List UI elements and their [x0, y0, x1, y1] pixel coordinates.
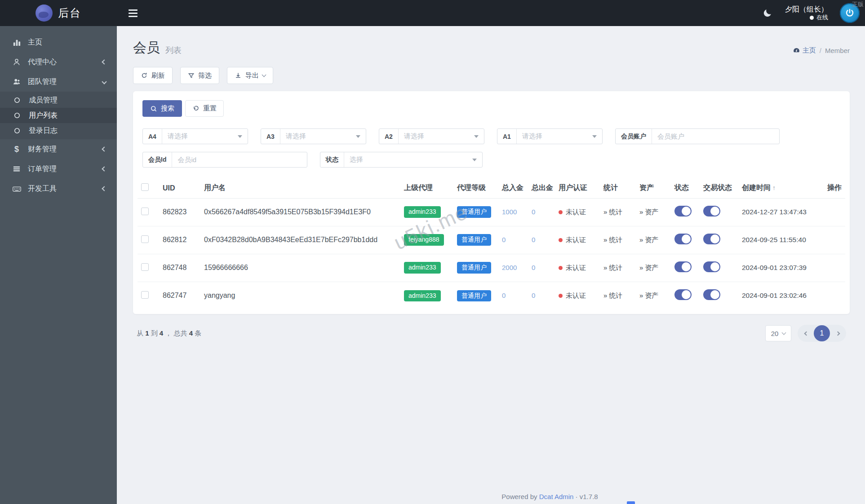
- dashboard-icon: [793, 47, 800, 54]
- filter-select-a1[interactable]: A1 请选择: [497, 128, 603, 144]
- reset-button[interactable]: 重置: [185, 100, 224, 117]
- filter-status[interactable]: 状态 选择: [320, 152, 483, 168]
- caret-down-icon: [238, 135, 242, 138]
- assets-link[interactable]: »资产: [639, 292, 658, 299]
- username-cell: 0xF0342B28d0bA9B34843EeEd31E7bEFc297bb1d…: [200, 226, 400, 254]
- row-checkbox[interactable]: [141, 291, 149, 299]
- logo-text: 后台: [58, 6, 81, 20]
- member-id-input[interactable]: [172, 156, 307, 164]
- stats-link[interactable]: »统计: [603, 292, 622, 299]
- next-page-button[interactable]: [832, 327, 843, 339]
- col-actions: 操作: [815, 178, 845, 198]
- sidebar-item-label: 成员管理: [29, 96, 58, 105]
- total-out-link[interactable]: 0: [532, 292, 535, 299]
- trade-status-toggle[interactable]: [703, 206, 720, 217]
- actions-cell: [815, 282, 845, 309]
- chevron-left-icon: [102, 186, 106, 191]
- sidebar-item-home[interactable]: 主页: [0, 32, 117, 52]
- breadcrumb-home[interactable]: 主页: [793, 46, 816, 55]
- funnel-icon: [188, 72, 195, 79]
- sidebar-item-login-log[interactable]: 登录日志: [0, 123, 117, 138]
- row-checkbox[interactable]: [141, 235, 149, 243]
- current-page-button[interactable]: 1: [814, 325, 830, 341]
- moon-icon: [763, 8, 772, 18]
- sidebar-item-team-management[interactable]: 团队管理: [0, 72, 117, 92]
- sidebar-item-finance-management[interactable]: $ 财务管理: [0, 139, 117, 159]
- prev-page-button[interactable]: [800, 327, 812, 339]
- refresh-button[interactable]: 刷新: [133, 67, 173, 84]
- col-trade-status: 交易状态: [700, 178, 738, 198]
- filter-select-a2[interactable]: A2 请选择: [379, 128, 484, 144]
- status-toggle[interactable]: [674, 234, 692, 244]
- user-info[interactable]: 夕阳（组长） 在线: [785, 5, 828, 21]
- assets-link[interactable]: »资产: [639, 208, 658, 216]
- total-out-link[interactable]: 0: [532, 208, 535, 216]
- status-toggle[interactable]: [674, 206, 692, 217]
- status-toggle[interactable]: [674, 261, 692, 272]
- unverified-dot-icon: [559, 266, 563, 270]
- member-table-body: 862823 0x566267a4df8549f5a3915E075B3b15F…: [138, 198, 845, 309]
- circle-icon: [13, 127, 22, 135]
- col-auth: 用户认证: [555, 178, 600, 198]
- search-button[interactable]: 搜索: [142, 100, 182, 117]
- assets-link[interactable]: »资产: [639, 236, 658, 243]
- stats-link[interactable]: »统计: [603, 236, 622, 243]
- pager: 1: [798, 325, 846, 342]
- page-size-select[interactable]: 20: [765, 325, 791, 341]
- sidebar-toggle-button[interactable]: [129, 9, 138, 17]
- search-icon: [150, 105, 157, 112]
- breadcrumb-separator: /: [820, 47, 821, 54]
- unverified-dot-icon: [559, 238, 563, 242]
- col-created-at[interactable]: 创建时间↑: [738, 178, 815, 198]
- col-agent-level: 代理等级: [453, 178, 498, 198]
- trade-status-toggle[interactable]: [703, 234, 720, 244]
- total-in-link[interactable]: 0: [502, 292, 506, 299]
- stats-link[interactable]: »统计: [603, 208, 622, 216]
- dark-mode-toggle[interactable]: [762, 7, 773, 19]
- auth-status: 未认证: [559, 264, 596, 272]
- user-status: 在线: [785, 14, 828, 21]
- account-input[interactable]: [652, 133, 779, 140]
- status-toggle[interactable]: [674, 289, 692, 300]
- table-row: 862747 yangyang admin233 普通用户 0 0 未认证 »统…: [138, 282, 845, 309]
- sidebar-item-agent-center[interactable]: 代理中心: [0, 52, 117, 72]
- sidebar-item-member-management[interactable]: 成员管理: [0, 93, 117, 108]
- sidebar-item-dev-tools[interactable]: 开发工具: [0, 179, 117, 199]
- topbar: 夕阳（组长） 在线: [117, 0, 865, 26]
- refresh-icon: [141, 72, 148, 79]
- username-cell: 0x566267a4df8549f5a3915E075B3b15F394d1E3…: [200, 198, 400, 226]
- parent-agent-badge: admin233: [404, 290, 441, 301]
- sidebar-item-order-management[interactable]: 订单管理: [0, 159, 117, 179]
- total-in-link[interactable]: 2000: [502, 264, 517, 271]
- trade-status-toggle[interactable]: [703, 261, 720, 272]
- sidebar-item-label: 订单管理: [28, 164, 102, 174]
- total-out-link[interactable]: 0: [532, 236, 535, 243]
- col-username: 用户名: [200, 178, 400, 198]
- row-checkbox[interactable]: [141, 263, 149, 271]
- pagination: 从 1 到 4 ， 总共 4 条 20 1: [137, 325, 846, 342]
- col-total-out: 总出金: [528, 178, 555, 198]
- total-in-link[interactable]: 1000: [502, 208, 517, 216]
- filter-select-a3[interactable]: A3 请选择: [261, 128, 366, 144]
- filter-select-a4[interactable]: A4 请选择: [142, 128, 248, 144]
- unverified-dot-icon: [559, 210, 563, 214]
- created-at-cell: 2024-09-01 23:07:39: [738, 254, 815, 282]
- assets-link[interactable]: »资产: [639, 264, 658, 271]
- export-button[interactable]: 导出: [227, 67, 273, 84]
- stats-link[interactable]: »统计: [603, 264, 622, 271]
- dcat-admin-link[interactable]: Dcat Admin: [539, 493, 574, 500]
- logo[interactable]: 后台: [0, 0, 117, 26]
- sidebar-item-label: 登录日志: [29, 126, 58, 136]
- total-in-link[interactable]: 0: [502, 236, 506, 243]
- sidebar-item-label: 团队管理: [28, 77, 102, 87]
- row-checkbox[interactable]: [141, 208, 149, 215]
- select-all-checkbox[interactable]: [141, 183, 149, 191]
- trade-status-toggle[interactable]: [703, 289, 720, 300]
- bottom-blue-fragment: [627, 501, 635, 504]
- download-icon: [235, 72, 242, 79]
- uid-cell: 862747: [159, 282, 200, 309]
- sidebar-item-user-list[interactable]: 用户列表: [0, 108, 117, 123]
- table-header-row: UID 用户名 上级代理 代理等级 总入金 总出金 用户认证 统计 资产 状态 …: [138, 178, 845, 198]
- filter-button[interactable]: 筛选: [180, 67, 219, 84]
- total-out-link[interactable]: 0: [532, 264, 535, 271]
